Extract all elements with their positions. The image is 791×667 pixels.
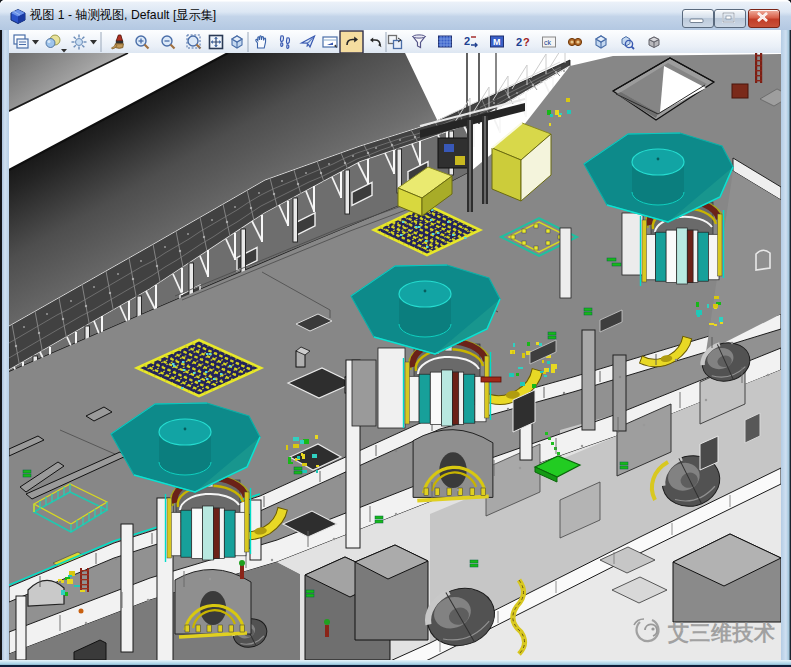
svg-text:ck: ck xyxy=(544,39,552,46)
svg-text:视图 1 - 轴测视图, Default [显示集]: 视图 1 - 轴测视图, Default [显示集] xyxy=(29,8,216,22)
svg-text:2: 2 xyxy=(464,35,470,47)
svg-text:艾三维技术: 艾三维技术 xyxy=(667,621,776,644)
svg-text:?: ? xyxy=(523,36,530,48)
svg-text:2: 2 xyxy=(516,36,522,48)
svg-text:M: M xyxy=(493,37,501,47)
